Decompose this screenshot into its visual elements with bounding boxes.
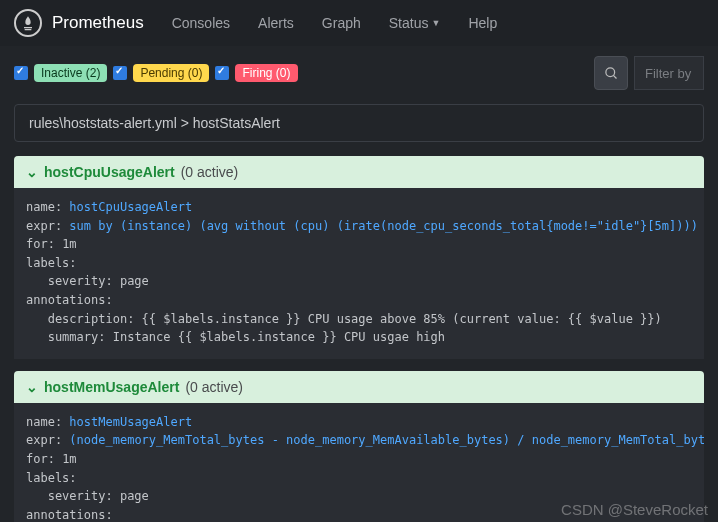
nav-alerts[interactable]: Alerts: [258, 15, 294, 31]
nav-graph[interactable]: Graph: [322, 15, 361, 31]
nav-status[interactable]: Status▼: [389, 15, 441, 31]
alert-active-count: (0 active): [181, 164, 239, 180]
alert-title: hostMemUsageAlert: [44, 379, 179, 395]
chevron-down-icon: ▼: [431, 18, 440, 28]
search-button[interactable]: [594, 56, 628, 90]
filter-input[interactable]: [634, 56, 704, 90]
filter-bar: Inactive (2) Pending (0) Firing (0): [0, 46, 718, 100]
pending-checkbox[interactable]: [113, 66, 127, 80]
pending-badge: Pending (0): [133, 64, 209, 82]
chevron-down-icon: ⌄: [26, 164, 38, 180]
alert-card: ⌄ hostCpuUsageAlert (0 active) name: hos…: [14, 156, 704, 359]
alert-title: hostCpuUsageAlert: [44, 164, 175, 180]
firing-checkbox[interactable]: [215, 66, 229, 80]
search-icon: [604, 66, 619, 81]
breadcrumb: rules\hoststats-alert.yml > hostStatsAle…: [14, 104, 704, 142]
alert-header-mem[interactable]: ⌄ hostMemUsageAlert (0 active): [14, 371, 704, 403]
brand-title: Prometheus: [52, 13, 144, 33]
nav-consoles[interactable]: Consoles: [172, 15, 230, 31]
alert-header-cpu[interactable]: ⌄ hostCpuUsageAlert (0 active): [14, 156, 704, 188]
nav-help[interactable]: Help: [468, 15, 497, 31]
inactive-badge: Inactive (2): [34, 64, 107, 82]
firing-badge: Firing (0): [235, 64, 297, 82]
alert-body: name: hostMemUsageAlert expr: (node_memo…: [14, 403, 704, 522]
navbar: Prometheus Consoles Alerts Graph Status▼…: [0, 0, 718, 46]
svg-point-0: [605, 67, 614, 76]
alert-card: ⌄ hostMemUsageAlert (0 active) name: hos…: [14, 371, 704, 522]
chevron-down-icon: ⌄: [26, 379, 38, 395]
svg-line-1: [613, 75, 616, 78]
alert-body: name: hostCpuUsageAlert expr: sum by (in…: [14, 188, 704, 359]
prometheus-logo-icon: [14, 9, 42, 37]
inactive-checkbox[interactable]: [14, 66, 28, 80]
alert-active-count: (0 active): [185, 379, 243, 395]
